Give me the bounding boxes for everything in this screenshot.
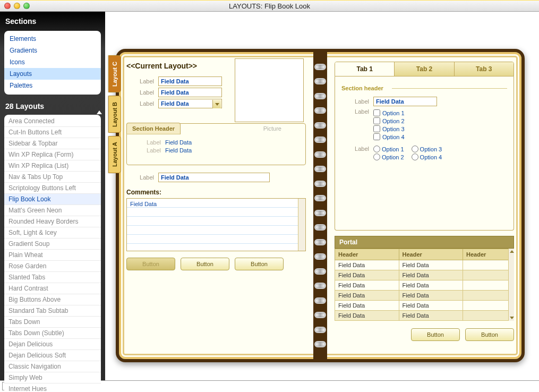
action-button[interactable]: Button xyxy=(411,328,460,341)
section-link[interactable]: Elements xyxy=(4,33,101,45)
field-label: Label xyxy=(126,100,154,107)
spine-ring-icon xyxy=(314,93,326,99)
layout-item[interactable]: Cut-In Buttons Left xyxy=(4,127,101,138)
field-input[interactable]: Field Data xyxy=(373,97,437,106)
field-value: Field Data xyxy=(165,147,192,154)
spine-ring-icon xyxy=(314,166,326,172)
comments-field[interactable]: Field Data xyxy=(126,198,306,251)
portal-table: HeaderHeaderHeader Field DataField DataF… xyxy=(335,249,514,321)
layout-item[interactable]: Win XP Replica (Form) xyxy=(4,149,101,160)
layout-item[interactable]: Dejan Delicious Soft xyxy=(4,350,101,361)
layout-item[interactable]: Tabs Down (Subtle) xyxy=(4,328,101,339)
table-cell: Field Data xyxy=(399,280,463,291)
chevron-down-icon[interactable] xyxy=(212,100,221,108)
layout-item[interactable]: Tabs Down xyxy=(4,317,101,328)
table-row[interactable]: Field DataField Data xyxy=(335,270,514,280)
scrollbar[interactable] xyxy=(298,199,305,251)
tab[interactable]: Tab 2 xyxy=(395,62,454,76)
layout-item[interactable]: Hard Contrast xyxy=(4,283,101,294)
layout-item[interactable]: Simply Web xyxy=(4,372,101,384)
layout-item[interactable]: Big Buttons Above xyxy=(4,294,101,305)
spine-ring-icon xyxy=(314,297,326,304)
table-cell xyxy=(463,280,514,291)
table-row[interactable]: Field DataField Data xyxy=(335,301,514,311)
layout-item[interactable]: Flip Book Look xyxy=(4,194,101,205)
sections-panel: ElementsGradientsIconsLayoutsPalettes xyxy=(4,31,101,95)
layouts-list: Area ConnectedCut-In Buttons LeftSidebar… xyxy=(4,115,101,392)
table-cell: Field Data xyxy=(335,301,399,311)
layout-item[interactable]: Internet Hues xyxy=(4,384,101,392)
portal-column-header: Header xyxy=(463,249,514,260)
table-cell xyxy=(463,270,514,280)
tab[interactable]: Tab 3 xyxy=(455,62,514,76)
table-row[interactable]: Field DataField Data xyxy=(335,311,514,321)
layout-item[interactable]: Scriptology Buttons Left xyxy=(4,183,101,194)
spine-ring-icon xyxy=(314,107,326,114)
field-label: Label xyxy=(341,98,369,105)
layout-item[interactable]: Slanted Tabs xyxy=(4,272,101,283)
checkbox-option[interactable]: Option 2 xyxy=(373,117,405,124)
table-cell xyxy=(463,260,514,270)
section-header: Section Header xyxy=(126,123,181,134)
table-cell: Field Data xyxy=(399,291,463,301)
table-row[interactable]: Field DataField Data xyxy=(335,260,514,270)
field-input[interactable]: Field Data xyxy=(158,173,270,182)
stage: Layout CLayout BLayout A <<Current Layou… xyxy=(105,12,539,380)
layout-item[interactable]: Win XP Replica (List) xyxy=(4,160,101,172)
layout-item[interactable]: Dejan Delicious xyxy=(4,339,101,350)
table-cell: Field Data xyxy=(399,260,463,270)
checkbox-option[interactable]: Option 4 xyxy=(373,133,405,140)
flipbook: <<Current Layout>> LabelField DataLabelF… xyxy=(116,49,525,362)
tab-bar: Tab 1Tab 2Tab 3 xyxy=(335,62,514,76)
scroll-up-icon[interactable] xyxy=(97,110,102,114)
spine-ring-icon xyxy=(314,239,326,245)
section-link[interactable]: Icons xyxy=(4,56,101,68)
layout-item[interactable]: Rose Garden xyxy=(4,261,101,272)
table-cell xyxy=(463,301,514,311)
spine-ring-icon xyxy=(314,312,326,318)
layout-item[interactable]: Soft, Light & Icey xyxy=(4,227,101,238)
field-input[interactable]: Field Data xyxy=(158,88,222,97)
layout-item[interactable]: Nav & Tabs Up Top xyxy=(4,172,101,183)
table-cell: Field Data xyxy=(335,260,399,270)
field-label: Label xyxy=(133,139,161,146)
table-row[interactable]: Field DataField Data xyxy=(335,291,514,301)
radio-option[interactable]: Option 2 xyxy=(373,154,404,160)
layout-item[interactable]: Classic Navigation xyxy=(4,361,101,372)
section-link[interactable]: Layouts xyxy=(4,68,101,80)
sidebar: Sections ElementsGradientsIconsLayoutsPa… xyxy=(0,12,105,380)
layout-item[interactable]: Plain Wheat xyxy=(4,250,101,261)
action-button[interactable]: Button xyxy=(181,258,229,270)
radio-option[interactable]: Option 4 xyxy=(412,154,442,160)
table-cell xyxy=(463,311,514,321)
spine-ring-icon xyxy=(314,210,326,216)
layout-item[interactable]: Rounded Heavy Borders xyxy=(4,216,101,227)
spine-ring-icon xyxy=(314,195,326,201)
table-cell: Field Data xyxy=(399,311,463,321)
action-button[interactable]: Button xyxy=(235,258,284,270)
window-titlebar: LAYOUTS: Flip Book Look xyxy=(0,0,539,12)
section-link[interactable]: Gradients xyxy=(4,45,101,56)
section-link[interactable]: Palettes xyxy=(4,80,101,91)
spine-ring-icon xyxy=(314,78,326,84)
layout-item[interactable]: Gradient Soup xyxy=(4,238,101,250)
right-page: Tab 1Tab 2Tab 3 Section header Label Fie… xyxy=(327,52,521,359)
layout-item[interactable]: Sidebar & Topbar xyxy=(4,138,101,149)
spine-ring-icon xyxy=(314,181,326,187)
picture-placeholder[interactable] xyxy=(235,58,304,122)
table-row[interactable]: Field DataField Data xyxy=(335,280,514,291)
layout-item[interactable]: Matt's Green Neon xyxy=(4,205,101,216)
layout-item[interactable]: Standard Tab Subtab xyxy=(4,305,101,317)
radio-option[interactable]: Option 3 xyxy=(412,146,442,152)
checkbox-option[interactable]: Option 1 xyxy=(373,109,405,116)
checkbox-option[interactable]: Option 3 xyxy=(373,125,405,132)
layout-item[interactable]: Area Connected xyxy=(4,116,101,127)
scrollbar[interactable] xyxy=(508,249,514,321)
field-input[interactable]: Field Data xyxy=(158,76,222,86)
action-button[interactable]: Button xyxy=(465,328,514,341)
tab[interactable]: Tab 1 xyxy=(335,62,395,76)
field-input[interactable]: Field Data xyxy=(158,99,222,108)
action-button[interactable]: Button xyxy=(126,258,175,270)
spine-ring-icon xyxy=(314,283,326,289)
radio-option[interactable]: Option 1 xyxy=(373,146,404,152)
